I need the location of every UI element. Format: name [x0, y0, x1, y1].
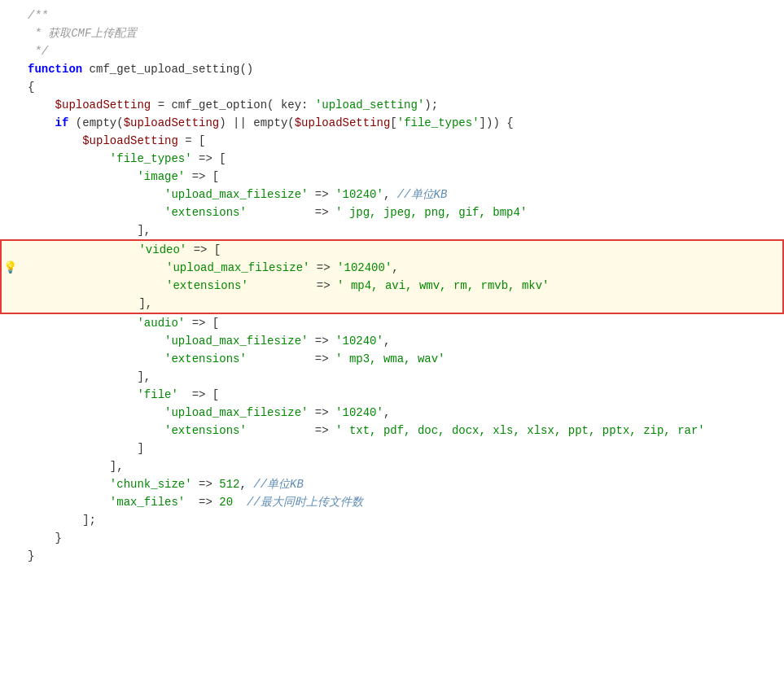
- line-code: 'upload_max_filesize' => '10240',: [23, 404, 784, 422]
- line-9: 'file_types' => [: [0, 150, 784, 168]
- line-21: ],: [0, 368, 784, 386]
- line-16: 'extensions' => ' mp4, avi, wmv, rm, rmv…: [0, 277, 784, 295]
- line-20: 'extensions' => ' mp3, wma, wav': [0, 350, 784, 368]
- line-1: /**: [0, 7, 784, 24]
- line-29: ];: [0, 511, 784, 529]
- line-code: if (empty($uploadSetting) || empty($uplo…: [23, 114, 784, 132]
- line-code: 'extensions' => ' mp4, avi, wmv, rm, rmv…: [24, 277, 782, 295]
- line-code: ],: [23, 457, 784, 475]
- line-31: }: [0, 547, 784, 565]
- line-code: 'extensions' => ' jpg, jpeg, png, gif, b…: [23, 203, 784, 221]
- line-code: ],: [23, 221, 784, 239]
- line-3: */: [0, 42, 784, 60]
- line-22: 'file' => [: [0, 386, 784, 404]
- line-11: 'upload_max_filesize' => '10240', //单位KB: [0, 186, 784, 203]
- line-28: 'max_files' => 20 //最大同时上传文件数: [0, 493, 784, 511]
- line-code: 'audio' => [: [23, 314, 784, 332]
- line-code: * 获取CMF上传配置: [23, 24, 784, 42]
- line-code: ];: [23, 511, 784, 529]
- line-code: $uploadSetting = [: [23, 132, 784, 150]
- line-27: 'chunk_size' => 512, //单位KB: [0, 475, 784, 493]
- line-15: 'upload_max_filesize' => '102400', 💡: [0, 259, 784, 277]
- line-5: {: [0, 78, 784, 96]
- line-code: 'image' => [: [23, 168, 784, 186]
- line-code: 'extensions' => ' mp3, wma, wav': [23, 350, 784, 368]
- line-13: ],: [0, 221, 784, 239]
- line-code: 'upload_max_filesize' => '10240', //单位KB: [23, 186, 784, 203]
- line-7: if (empty($uploadSetting) || empty($uplo…: [0, 114, 784, 132]
- line-code: function cmf_get_upload_setting(): [23, 60, 784, 78]
- line-code: ],: [24, 295, 782, 313]
- line-19: 'upload_max_filesize' => '10240',: [0, 332, 784, 350]
- line-26: ],: [0, 457, 784, 475]
- line-code: 'max_files' => 20 //最大同时上传文件数: [23, 493, 784, 511]
- lightbulb-icon: 💡: [3, 259, 17, 277]
- line-30: }: [0, 529, 784, 547]
- line-24: 'extensions' => ' txt, pdf, doc, docx, x…: [0, 422, 784, 440]
- line-code: 'upload_max_filesize' => '10240',: [23, 332, 784, 350]
- line-code: /**: [23, 7, 784, 24]
- line-code: $uploadSetting = cmf_get_option( key: 'u…: [23, 96, 784, 114]
- line-23: 'upload_max_filesize' => '10240',: [0, 404, 784, 422]
- line-code: 'video' => [: [24, 241, 782, 259]
- line-code: ],: [23, 368, 784, 386]
- line-code: 'upload_max_filesize' => '102400',: [24, 259, 782, 277]
- line-code: 'extensions' => ' txt, pdf, doc, docx, x…: [23, 422, 784, 440]
- line-code: }: [23, 547, 784, 565]
- line-6: $uploadSetting = cmf_get_option( key: 'u…: [0, 96, 784, 114]
- line-25: ]: [0, 440, 784, 457]
- line-18: 'audio' => [: [0, 314, 784, 332]
- line-12: 'extensions' => ' jpg, jpeg, png, gif, b…: [0, 203, 784, 221]
- line-17: ],: [0, 295, 784, 314]
- line-code: {: [23, 78, 784, 96]
- line-code: ]: [23, 440, 784, 457]
- line-2: * 获取CMF上传配置: [0, 24, 784, 42]
- line-10: 'image' => [: [0, 168, 784, 186]
- line-code: 'file' => [: [23, 386, 784, 404]
- line-8: $uploadSetting = [: [0, 132, 784, 150]
- line-code: }: [23, 529, 784, 547]
- line-code: 'chunk_size' => 512, //单位KB: [23, 475, 784, 493]
- line-14: 'video' => [: [0, 239, 784, 259]
- code-editor: /** * 获取CMF上传配置 */ function cmf_get_uplo…: [0, 0, 784, 678]
- line-code: 'file_types' => [: [23, 150, 784, 168]
- line-4: function cmf_get_upload_setting(): [0, 60, 784, 78]
- line-code: */: [23, 42, 784, 60]
